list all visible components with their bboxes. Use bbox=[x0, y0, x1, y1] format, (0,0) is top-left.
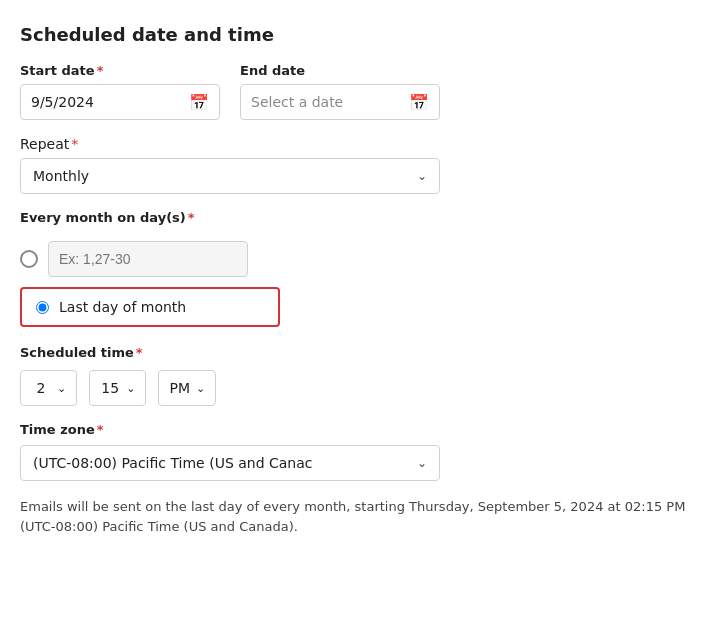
minute-chevron-icon: ⌄ bbox=[126, 382, 135, 395]
page-title: Scheduled date and time bbox=[20, 24, 707, 45]
scheduled-time-required-star: * bbox=[136, 345, 143, 360]
timezone-value: (UTC-08:00) Pacific Time (US and Canac bbox=[33, 455, 313, 471]
start-date-label: Start date* bbox=[20, 63, 220, 78]
info-text: Emails will be sent on the last day of e… bbox=[20, 497, 700, 536]
every-month-required-star: * bbox=[188, 210, 195, 225]
last-day-label: Last day of month bbox=[59, 299, 186, 315]
end-date-label: End date bbox=[240, 63, 440, 78]
end-date-calendar-icon: 📅 bbox=[409, 93, 429, 112]
minute-dropdown[interactable]: 15 ⌄ bbox=[89, 370, 146, 406]
ampm-value: PM bbox=[169, 380, 190, 396]
end-date-placeholder: Select a date bbox=[251, 94, 343, 110]
end-date-input[interactable]: Select a date 📅 bbox=[240, 84, 440, 120]
last-day-option-box[interactable]: Last day of month bbox=[20, 287, 280, 327]
ampm-chevron-icon: ⌄ bbox=[196, 382, 205, 395]
timezone-chevron-icon: ⌄ bbox=[417, 456, 427, 470]
scheduled-time-label: Scheduled time* bbox=[20, 345, 707, 360]
repeat-value: Monthly bbox=[33, 168, 89, 184]
days-radio-button[interactable] bbox=[20, 250, 38, 268]
timezone-required-star: * bbox=[97, 422, 104, 437]
repeat-label: Repeat* bbox=[20, 136, 707, 152]
start-date-value: 9/5/2024 bbox=[31, 94, 94, 110]
repeat-required-star: * bbox=[71, 136, 78, 152]
timezone-dropdown[interactable]: (UTC-08:00) Pacific Time (US and Canac ⌄ bbox=[20, 445, 440, 481]
day-options-group: Last day of month bbox=[20, 241, 707, 327]
hour-chevron-icon: ⌄ bbox=[57, 382, 66, 395]
time-selects-group: 2 ⌄ 15 ⌄ PM ⌄ bbox=[20, 370, 707, 406]
days-input-field[interactable] bbox=[48, 241, 248, 277]
days-radio-option bbox=[20, 241, 707, 277]
ampm-dropdown[interactable]: PM ⌄ bbox=[158, 370, 216, 406]
last-day-radio-button[interactable] bbox=[36, 301, 49, 314]
repeat-chevron-icon: ⌄ bbox=[417, 169, 427, 183]
minute-value: 15 bbox=[100, 380, 120, 396]
timezone-label: Time zone* bbox=[20, 422, 707, 437]
start-date-calendar-icon: 📅 bbox=[189, 93, 209, 112]
every-month-label: Every month on day(s)* bbox=[20, 210, 707, 225]
start-date-input[interactable]: 9/5/2024 📅 bbox=[20, 84, 220, 120]
hour-dropdown[interactable]: 2 ⌄ bbox=[20, 370, 77, 406]
required-star: * bbox=[97, 63, 104, 78]
repeat-dropdown[interactable]: Monthly ⌄ bbox=[20, 158, 440, 194]
hour-value: 2 bbox=[31, 380, 51, 396]
